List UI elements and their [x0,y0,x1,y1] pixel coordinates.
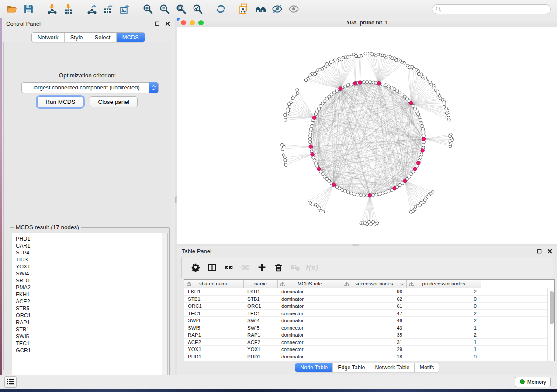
import-table-button[interactable] [61,2,76,16]
column-header-shared-name[interactable]: shared name [184,280,244,288]
table-toolbar: f(x) [181,257,553,278]
table-cell: YOX1 [244,346,278,353]
show-columns-button[interactable] [205,261,218,274]
mcds-result-item[interactable]: RAP1 [12,319,167,326]
column-header-predecessor-nodes[interactable]: predecessor nodes [407,280,481,288]
mcds-result-item[interactable]: STP4 [12,249,167,256]
table-row[interactable]: PHD1PHD1dominator180 [184,353,547,361]
export-table-button[interactable] [100,2,115,16]
delete-table-icon [291,263,300,272]
table-row[interactable]: RAP1RAP1dominator352 [184,331,547,339]
run-mcds-button[interactable]: Run MCDS [37,96,83,107]
toolbar-separator [40,3,40,16]
table-cell: dominator [278,331,342,338]
export-network-button[interactable] [84,2,99,16]
splitter-grip[interactable] [175,196,177,203]
mcds-result-item[interactable]: YOX1 [12,263,167,270]
network-graph[interactable] [177,27,557,244]
table-row[interactable]: ACE2ACE2connector311 [184,339,547,346]
tab-edge-table[interactable]: Edge Table [333,363,370,372]
zoom-out-icon [159,3,170,14]
mcds-result-item[interactable]: ORC1 [12,312,167,319]
function-builder-button: f(x) [305,261,318,274]
table-cell: PHD1 [184,353,244,360]
search-input[interactable] [432,4,551,14]
mcds-result-item[interactable]: SRD1 [12,277,167,284]
hide-selected-button[interactable] [270,2,284,16]
export-image-button[interactable] [117,2,132,16]
tab-mcds[interactable]: MCDS [117,33,145,42]
mcds-result-item[interactable]: STB5 [12,305,167,312]
table-row[interactable]: YOX1YOX1connector291 [184,346,547,353]
delete-icon [274,263,283,272]
table-row[interactable]: FKH1FKH1dominator962 [184,288,547,296]
table-cell: 35 [342,331,407,338]
tab-motifs[interactable]: Motifs [415,363,439,372]
optimization-criterion-select[interactable]: largest connected component (undirected) [21,82,159,93]
open-session-button[interactable] [4,2,19,16]
tab-select[interactable]: Select [89,33,117,42]
network-canvas[interactable] [177,27,557,244]
mcds-result-item[interactable]: PHD1 [12,235,167,242]
table-row[interactable]: SWI5SWI5connector431 [184,324,547,332]
table-cell: RAP1 [184,331,244,338]
table-panel-title: Table Panel [182,248,211,254]
apply-layout-icon [215,3,226,14]
table-cell: YOX1 [184,346,244,353]
first-neighbors-button[interactable] [253,2,268,16]
mcds-result-item[interactable]: TEC1 [12,340,167,347]
zoom-in-button[interactable] [140,2,155,16]
mcds-result-item[interactable]: PMA2 [12,284,167,291]
import-network-button[interactable] [44,2,59,16]
memory-button[interactable]: Memory [515,377,551,387]
table-row[interactable]: STB1STB1dominator620 [184,296,547,303]
control-panel-titlebar: Control Panel [2,18,175,29]
tree-icon [344,282,349,286]
mcds-result-item[interactable]: STB1 [12,326,167,333]
add-button[interactable] [255,261,268,274]
close-panel-icon[interactable] [547,248,553,254]
table-row[interactable]: ORC1ORC1dominator610 [184,303,547,310]
float-panel-icon[interactable] [536,248,542,254]
deselect-all-button[interactable] [239,261,252,274]
mcds-result-item[interactable]: SWI5 [12,333,167,340]
tab-network[interactable]: Network [32,33,65,42]
table-row[interactable]: SWI4SWI4dominator462 [184,317,547,324]
apply-layout-button[interactable] [213,2,228,16]
select-all-button[interactable] [222,261,235,274]
mcds-list-scrollbar[interactable] [162,233,167,388]
task-history-button[interactable] [4,376,17,388]
float-panel-icon[interactable] [154,21,160,27]
tab-network-table[interactable]: Network Table [370,363,415,372]
zoom-selected-button[interactable] [190,2,205,16]
mcds-result-list[interactable]: PHD1CAR1STP4TID3YOX1SWI4SRD1PMA2FKH1ACE2… [12,233,168,389]
mcds-result-item[interactable]: SWI4 [12,270,167,277]
close-panel-icon[interactable] [164,21,170,27]
show-all-button[interactable] [286,2,301,16]
mcds-result-item[interactable]: FKH1 [12,291,167,298]
column-header-successor-nodes[interactable]: successor nodes [342,280,407,288]
column-header-MCDS-role[interactable]: MCDS role [278,280,342,288]
save-session-button[interactable] [21,2,36,16]
gear-button[interactable] [189,261,202,274]
table-row[interactable]: TEC1TEC1connector472 [184,310,547,317]
table-scrollbar[interactable] [547,288,554,361]
zoom-out-button[interactable] [157,2,172,16]
mcds-result-item[interactable]: ACE2 [12,298,167,305]
new-network-from-selection-button[interactable] [236,2,251,16]
scrollbar-thumb[interactable] [550,291,554,324]
mcds-result-item[interactable]: CAR1 [12,242,167,249]
network-window-titlebar: YPA_prune.txt_1 [177,18,557,27]
table-cell: dominator [278,317,342,324]
sort-desc-icon [400,282,404,286]
mcds-result-item[interactable]: TID3 [12,256,167,263]
zoom-fit-button[interactable] [173,2,188,16]
mcds-result-item[interactable]: GCR1 [12,347,167,354]
zoom-in-icon [142,3,153,14]
select-stepper-icon [149,82,158,93]
tab-style[interactable]: Style [65,33,89,42]
close-panel-button[interactable]: Close panel [90,96,137,107]
delete-button[interactable] [272,261,285,274]
column-header-name[interactable]: name [244,280,278,288]
tab-node-table[interactable]: Node Table [295,363,333,372]
